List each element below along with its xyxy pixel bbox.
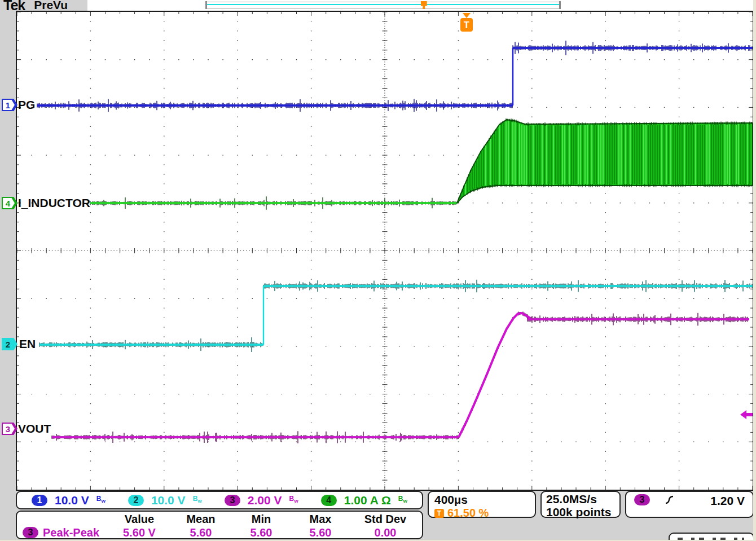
channel-3-scale: 2.00 V [248, 494, 282, 507]
waveform-plot: TPGI_INDUCTORENVOUT [17, 12, 753, 490]
channel-1-badge: 1 [32, 495, 47, 506]
trace-label-en: EN [19, 337, 36, 350]
trigger-readout: 3 1.20 V [625, 491, 754, 518]
measurement-value: 5.60 [232, 526, 290, 539]
channel-2-badge: 2 [128, 495, 144, 506]
trigger-position-pennant: T [460, 13, 473, 32]
channel-4-badge: 4 [321, 495, 337, 506]
channel-1-readout: 110.0 VBW [32, 494, 106, 507]
measurement-header: Mean [169, 513, 232, 526]
measurement-header: Min [232, 513, 290, 526]
channel-4-position-marker: 4 [2, 197, 17, 209]
bezel-edge-right [753, 0, 756, 541]
measurement-value: 5.60 V [109, 526, 169, 539]
trigger-position-icon: T [434, 509, 444, 518]
channel-2-readout: 210.0 VBW [128, 494, 202, 507]
trace-label-i_inductor: I_INDUCTOR [18, 196, 90, 209]
trigger-level-arrow [740, 410, 753, 419]
channel-3-position-marker: 3 [2, 423, 17, 435]
waveform-ch1-pg [37, 41, 753, 112]
header: Tek PreVu [3, 0, 68, 12]
channel-4-readout: 41.00 A ΩBW [321, 494, 407, 507]
bandwidth-limit-icon: BW [193, 496, 202, 504]
bandwidth-limit-icon: BW [96, 496, 106, 504]
channel-3-badge: 3 [225, 495, 240, 506]
measurement-header: Std Dev [351, 513, 420, 526]
tek-logo: Tek [3, 0, 25, 14]
channel-2-scale: 10.0 V [151, 494, 186, 507]
acquisition-mode-label: PreVu [34, 0, 68, 12]
record-bar-right-bracket [559, 1, 561, 9]
channel-2-position-marker: 2 [2, 338, 17, 350]
bandwidth-limit-icon: BW [289, 496, 298, 504]
record-bar-trigger-marker-icon [421, 1, 427, 9]
waveform-ch2-en [39, 280, 753, 352]
waveform-ch4-inductor [90, 118, 753, 210]
trigger-position-value: 61.50 % [447, 507, 489, 520]
bandwidth-limit-icon: BW [398, 496, 407, 504]
measurement-source-badge: 3 [23, 527, 38, 538]
measurement-header: Max [290, 513, 351, 526]
trigger-level: 1.20 V [710, 494, 745, 508]
trace-label-pg: PG [18, 98, 35, 111]
record-bar-window [207, 4, 559, 5]
trigger-position-readout: T 61.50 % [434, 507, 529, 520]
sample-rate: 25.0MS/s [546, 492, 615, 505]
timebase-readout: 400µs T 61.50 % [428, 491, 536, 518]
measurement-value: 0.00 [351, 526, 420, 539]
trigger-source-badge: 3 [634, 494, 650, 505]
oscilloscope-screen: { "header": { "logo": "Tek", "acq_mode":… [0, 0, 756, 541]
channel-4-scale: 1.00 A Ω [344, 494, 391, 507]
record-bar-left-bracket [205, 1, 207, 9]
timebase-scale: 400µs [434, 493, 529, 507]
measurement-value: 5.60 [169, 526, 232, 539]
channel-1-scale: 10.0 V [55, 494, 89, 507]
acquisition-readout: 25.0MS/s 100k points [540, 491, 621, 518]
channel-readout-bar: 110.0 VBW210.0 VBW32.00 VBW41.00 A ΩBW [16, 491, 423, 509]
waveform-ch3-vout [52, 312, 749, 443]
graticule-grid [17, 12, 753, 490]
channel-1-position-marker: 1 [2, 99, 17, 111]
rising-edge-icon [665, 495, 675, 505]
measurement-value: 5.60 [290, 526, 351, 539]
record-length: 100k points [546, 505, 615, 518]
measurement-table: ValueMeanMinMaxStd Dev3Peak-Peak5.60 V5.… [16, 511, 423, 539]
measurement-header: Value [109, 513, 169, 526]
measurement-row-label: 3Peak-Peak [19, 526, 109, 539]
trace-label-vout: VOUT [18, 422, 51, 435]
record-view-bar [207, 2, 559, 8]
channel-3-readout: 32.00 VBW [225, 494, 298, 507]
svg-text:T: T [464, 20, 469, 30]
graticule-display: TPGI_INDUCTORENVOUT [16, 11, 754, 491]
